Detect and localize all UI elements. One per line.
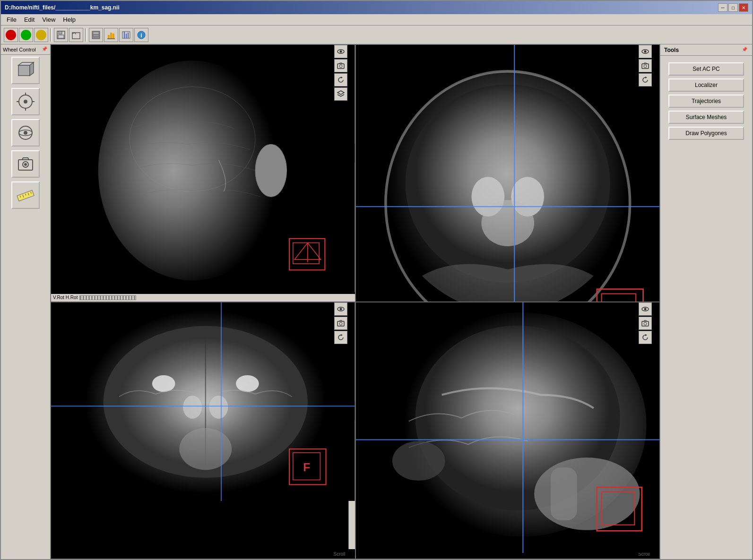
vp-vscroll-thumb-bl[interactable]: [349, 401, 355, 420]
trajectories-button[interactable]: Trajectories: [668, 95, 744, 108]
svg-point-49: [385, 71, 630, 302]
vp-camera-btn-tl[interactable]: [334, 59, 347, 72]
svg-rect-82: [356, 302, 660, 553]
left-panel: Wheel Control 📌: [1, 44, 51, 559]
window-title: D:/home/nifti_files/___________km_sag.ni…: [5, 4, 120, 11]
main-content: Wheel Control 📌: [1, 44, 752, 559]
viewport-3d-head[interactable]: V.Rot H.Rot Scroll: [51, 44, 355, 302]
open-button[interactable]: [69, 28, 83, 42]
menu-file[interactable]: File: [3, 15, 20, 24]
svg-rect-56: [601, 294, 636, 302]
undo-button[interactable]: [19, 28, 33, 42]
svg-point-53: [481, 200, 534, 246]
vp-layers-btn-tl[interactable]: [334, 87, 347, 101]
vp-vscroll-tl[interactable]: [348, 45, 355, 292]
info-button[interactable]: i: [134, 28, 148, 42]
svg-point-65: [85, 310, 326, 493]
vp-refresh-btn-bl[interactable]: [334, 331, 347, 344]
vp-vscroll-tr[interactable]: [653, 45, 659, 292]
svg-rect-5: [93, 32, 99, 34]
svg-point-19: [24, 100, 27, 103]
vp-eye-btn-tl[interactable]: [334, 45, 347, 58]
svg-text:F: F: [303, 460, 310, 473]
scroll-label-tl: Scroll: [333, 288, 345, 293]
viewport-axial[interactable]: F: [51, 302, 355, 560]
set-ac-pc-button[interactable]: Set AC PC: [668, 62, 744, 76]
vp-eye-btn-br[interactable]: [639, 302, 652, 316]
tools-title: Tools: [664, 47, 679, 53]
rot-label: V.Rot H.Rot: [53, 295, 78, 300]
svg-marker-47: [338, 91, 344, 95]
vp-camera-btn-tr[interactable]: [639, 59, 652, 72]
bar-chart-button[interactable]: [119, 28, 133, 42]
svg-point-71: [209, 396, 228, 419]
localizer-button[interactable]: Localizer: [668, 78, 744, 92]
svg-rect-6: [93, 34, 99, 36]
svg-point-63: [644, 65, 647, 68]
vp-refresh-btn-tl[interactable]: [334, 73, 347, 86]
wheel-control-title: Wheel Control: [3, 47, 36, 52]
svg-rect-55: [597, 289, 643, 302]
rotate-tool[interactable]: [11, 88, 40, 115]
rot-bar: V.Rot H.Rot: [51, 294, 355, 302]
draw-polygones-button[interactable]: Draw Polygones: [668, 127, 744, 140]
maximize-button[interactable]: □: [728, 3, 738, 12]
vp-refresh-btn-tr[interactable]: [639, 73, 652, 86]
stop-button[interactable]: [4, 28, 18, 42]
svg-point-70: [183, 396, 202, 419]
chart-button[interactable]: [104, 28, 118, 42]
layers-button[interactable]: [89, 28, 103, 42]
viewport-sagittal[interactable]: Scroll: [355, 302, 660, 560]
orbit-tool[interactable]: [11, 119, 40, 146]
menu-edit[interactable]: Edit: [20, 15, 38, 24]
vp-refresh-btn-br[interactable]: [639, 331, 652, 344]
vp-vscroll-bl[interactable]: [348, 302, 355, 550]
vp-vscroll-br[interactable]: [653, 302, 659, 550]
svg-rect-40: [289, 239, 325, 270]
vp-camera-btn-bl[interactable]: [334, 317, 347, 330]
svg-rect-74: [293, 452, 320, 480]
screenshot-tool[interactable]: [11, 150, 40, 178]
3d-view-tool[interactable]: [11, 57, 40, 84]
tools-pin[interactable]: 📌: [742, 47, 748, 53]
svg-point-50: [405, 85, 610, 283]
svg-rect-88: [597, 487, 641, 531]
save-button[interactable]: [54, 28, 68, 42]
vp-eye-btn-tr[interactable]: [639, 45, 652, 58]
tools-buttons-container: Set AC PC Localizer Trajectories Surface…: [660, 56, 752, 146]
redo-button[interactable]: [34, 28, 48, 42]
svg-point-67: [152, 375, 175, 391]
vp-toolbar-axial: [334, 302, 348, 345]
vp-eye-btn-bl[interactable]: [334, 302, 347, 316]
svg-point-51: [471, 177, 504, 216]
svg-point-37: [98, 60, 287, 280]
main-window: D:/home/nifti_files/___________km_sag.ni…: [0, 0, 753, 560]
right-panel: Tools 📌 Set AC PC Localizer Trajectories…: [660, 44, 752, 559]
svg-rect-48: [356, 45, 660, 302]
title-bar: D:/home/nifti_files/___________km_sag.ni…: [1, 1, 752, 14]
svg-rect-7: [108, 35, 110, 39]
wheel-control-pin[interactable]: 📌: [42, 46, 48, 53]
surface-meshes-button[interactable]: Surface Meshes: [668, 111, 744, 124]
svg-point-85: [534, 457, 640, 530]
vp-vscroll-thumb-tl[interactable]: [349, 144, 355, 163]
svg-rect-64: [51, 302, 355, 501]
svg-point-39: [255, 144, 286, 197]
menu-view[interactable]: View: [38, 15, 59, 24]
minimize-button[interactable]: ─: [718, 3, 727, 12]
scroll-label-bl: Scroll: [333, 551, 345, 557]
viewport-coronal[interactable]: A: [355, 44, 660, 302]
top-viewports-row: V.Rot H.Rot Scroll: [51, 44, 660, 302]
vp-vscroll-thumb-tr[interactable]: [654, 144, 659, 163]
ruler-tool[interactable]: [11, 181, 40, 209]
svg-point-52: [511, 177, 544, 216]
svg-point-29: [24, 163, 27, 166]
svg-rect-73: [289, 449, 326, 484]
vp-camera-btn-br[interactable]: [639, 317, 652, 330]
close-button[interactable]: ✕: [739, 3, 748, 12]
rot-slider[interactable]: [79, 295, 136, 300]
menu-help[interactable]: Help: [59, 15, 79, 24]
scroll-label-tr: Scroll: [638, 294, 650, 300]
vp-vscroll-thumb-br[interactable]: [654, 401, 659, 420]
svg-point-95: [644, 322, 647, 325]
